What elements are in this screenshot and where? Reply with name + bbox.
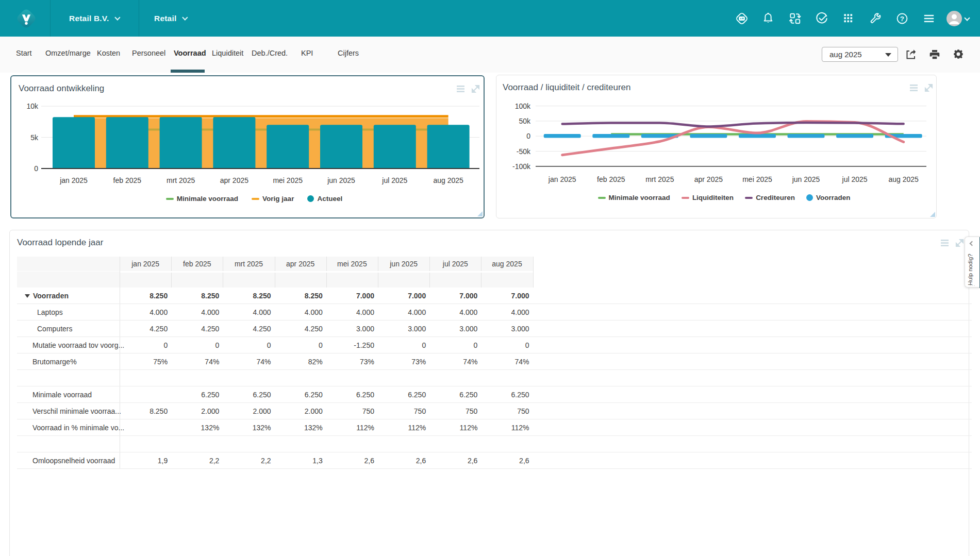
svg-text:jul 2025: jul 2025	[381, 176, 407, 184]
svg-text:50k: 50k	[519, 117, 531, 125]
svg-text:-100k: -100k	[512, 162, 531, 171]
svg-text:100k: 100k	[515, 102, 531, 110]
svg-text:jun 2025: jun 2025	[327, 176, 355, 184]
svg-text:feb 2025: feb 2025	[113, 176, 142, 184]
svg-text:jun 2025: jun 2025	[792, 175, 820, 183]
svg-text:apr 2025: apr 2025	[694, 175, 723, 183]
svg-text:apr 2025: apr 2025	[220, 176, 248, 184]
svg-text:0: 0	[34, 164, 38, 173]
svg-text:jul 2025: jul 2025	[842, 175, 868, 183]
svg-text:feb 2025: feb 2025	[597, 175, 625, 183]
svg-text:jan 2025: jan 2025	[59, 176, 88, 184]
svg-text:mrt 2025: mrt 2025	[645, 175, 674, 183]
svg-text:-50k: -50k	[517, 147, 531, 156]
svg-text:mei 2025: mei 2025	[742, 175, 772, 183]
svg-text:5k: 5k	[30, 133, 39, 142]
svg-text:aug 2025: aug 2025	[888, 175, 919, 183]
svg-text:mrt 2025: mrt 2025	[167, 176, 195, 184]
svg-text:10k: 10k	[26, 102, 39, 110]
svg-text:0: 0	[526, 132, 530, 140]
svg-text:jan 2025: jan 2025	[548, 175, 576, 183]
svg-text:?: ?	[900, 15, 904, 23]
svg-text:aug 2025: aug 2025	[433, 176, 463, 184]
svg-text:mei 2025: mei 2025	[273, 176, 303, 184]
